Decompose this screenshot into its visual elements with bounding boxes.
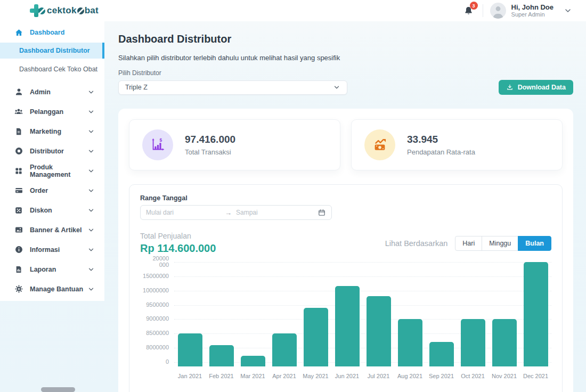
chart-bars-icon: $ bbox=[142, 129, 173, 160]
users-icon bbox=[14, 107, 23, 117]
chevron-down-icon bbox=[87, 285, 95, 293]
user-role: Super Admin bbox=[511, 11, 554, 18]
chevron-down-icon bbox=[87, 187, 95, 194]
chart-y-tick-label: 9000000 bbox=[146, 315, 169, 322]
sidebar-item-dashboard[interactable]: Dashboard bbox=[0, 26, 104, 39]
sidebar-item-manage-bantuan[interactable]: Manage Bantuan bbox=[0, 279, 104, 299]
sidebar-item-admin[interactable]: Admin bbox=[0, 82, 104, 102]
distributor-select-label: Pilih Distributor bbox=[118, 69, 573, 77]
sidebar-item-distributor[interactable]: Distributor bbox=[0, 141, 104, 161]
top-header: cektokbat 3 Hi, John Doe Super Admin bbox=[0, 0, 586, 21]
chart-bar-oct-2021[interactable] bbox=[461, 319, 485, 366]
sidebar-item-laporan[interactable]: Laporan bbox=[0, 259, 104, 279]
chart-y-tick-label: 10000000 bbox=[143, 287, 169, 293]
sidebar-item-label: Dashboard Distributor bbox=[19, 47, 90, 54]
logo-wordmark: cektokbat bbox=[47, 5, 99, 16]
sidebar-item-order[interactable]: Order bbox=[0, 181, 104, 200]
notifications-button[interactable]: 3 bbox=[462, 4, 476, 18]
chart-plot bbox=[174, 262, 551, 366]
sidebar-item-diskon[interactable]: Diskon bbox=[0, 200, 104, 220]
chevron-down-icon bbox=[87, 148, 95, 155]
chevron-down-icon bbox=[87, 266, 95, 273]
sidebar-item-label: Dashboard bbox=[30, 29, 64, 36]
sidebar-item-pelanggan[interactable]: Pelanggan bbox=[0, 102, 104, 121]
chart-y-tick-label: 0 bbox=[166, 358, 169, 365]
chart-x-tick-label: Dec 2021 bbox=[520, 373, 551, 379]
sidebar-item-banner-artikel[interactable]: Banner & Artikel bbox=[0, 220, 104, 240]
sales-bar-chart: 20000 0001500000010000000950000090000008… bbox=[140, 262, 551, 379]
stat-label: Total Transaksi bbox=[185, 148, 235, 156]
chart-gridline bbox=[174, 291, 551, 291]
chart-x-tick-label: Jul 2021 bbox=[363, 373, 394, 379]
user-menu[interactable]: Hi, John Doe Super Admin bbox=[490, 3, 554, 19]
sidebar: Dashboard Dashboard Distributor Dashboar… bbox=[0, 21, 104, 301]
chevron-down-icon[interactable] bbox=[564, 6, 572, 15]
view-by-bulan-button[interactable]: Bulan bbox=[518, 236, 551, 251]
chart-bar-mar-2021[interactable] bbox=[241, 356, 265, 366]
chevron-down-icon bbox=[87, 207, 95, 214]
sidebar-item-dashboard-cek-toko-obat[interactable]: Dashboard Cek Toko Obat bbox=[0, 62, 104, 77]
chart-y-tick-label: 8000000 bbox=[146, 344, 169, 350]
money-trend-icon bbox=[364, 129, 395, 160]
chevron-down-icon bbox=[333, 84, 340, 91]
chart-bar-feb-2021[interactable] bbox=[209, 345, 234, 366]
sidebar-item-marketing[interactable]: Marketing bbox=[0, 121, 104, 141]
chevron-down-icon bbox=[87, 128, 95, 135]
content-panel: $ 97.416.000 Total Transaksi 33.945 Pend… bbox=[118, 109, 573, 392]
notification-badge: 3 bbox=[470, 2, 478, 10]
document-icon bbox=[14, 127, 23, 136]
page-title: Dashboard Distributor bbox=[118, 33, 573, 45]
chart-bar-nov-2021[interactable] bbox=[492, 319, 517, 366]
view-by-minggu-button[interactable]: Minggu bbox=[482, 236, 518, 251]
chart-y-tick-label: 9500000 bbox=[146, 301, 169, 308]
stat-value: 97.416.000 bbox=[185, 134, 235, 145]
chart-bar-jul-2021[interactable] bbox=[367, 296, 391, 366]
date-range-picker[interactable]: → bbox=[140, 205, 332, 220]
chart-y-tick-label: 15000000 bbox=[143, 273, 169, 279]
app-root: cektokbat 3 Hi, John Doe Super Admin bbox=[0, 0, 586, 392]
date-end-input[interactable] bbox=[236, 209, 300, 216]
sidebar-item-produk-management[interactable]: Produk Management bbox=[0, 161, 104, 181]
page-subtitle: Silahkan pilih distributor terlebih dahu… bbox=[118, 54, 573, 62]
chart-x-tick-label: Oct 2021 bbox=[457, 373, 489, 379]
distributor-select[interactable]: Triple Z bbox=[118, 80, 347, 95]
view-by-hari-button[interactable]: Hari bbox=[455, 236, 482, 251]
arrow-right-icon: → bbox=[225, 209, 232, 217]
chart-x-tick-label: Feb 2021 bbox=[206, 373, 237, 379]
sidebar-item-informasi[interactable]: Informasi bbox=[0, 240, 104, 259]
sidebar-item-label: Dashboard Cek Toko Obat bbox=[19, 66, 97, 73]
horizontal-scrollbar-thumb[interactable] bbox=[41, 387, 75, 392]
stat-card-pendapatan-rata-rata: 33.945 Pendapatan Rata-rata bbox=[351, 119, 563, 170]
chart-y-tick-label: 8500000 bbox=[146, 330, 169, 336]
chevron-down-icon bbox=[87, 226, 95, 234]
app-logo[interactable]: cektokbat bbox=[30, 4, 99, 17]
download-data-button[interactable]: Download Data bbox=[499, 80, 573, 95]
logo-pill-icon bbox=[38, 7, 45, 14]
logo-cross-icon bbox=[30, 4, 43, 17]
chart-x-tick-label: Sep 2021 bbox=[426, 373, 457, 379]
home-icon bbox=[14, 28, 23, 37]
credit-card-icon bbox=[14, 186, 23, 195]
report-icon bbox=[14, 265, 23, 274]
total-penjualan-label: Total Penjualan bbox=[140, 232, 216, 240]
chart-bar-jun-2021[interactable] bbox=[335, 286, 360, 366]
date-start-input[interactable] bbox=[146, 209, 210, 216]
chart-bar-jan-2021[interactable] bbox=[178, 333, 202, 366]
chart-gridline bbox=[174, 305, 551, 306]
stat-card-total-transaksi: $ 97.416.000 Total Transaksi bbox=[129, 119, 340, 170]
chart-x-tick-label: Jan 2021 bbox=[174, 373, 206, 379]
chart-bar-sep-2021[interactable] bbox=[429, 342, 454, 366]
info-icon bbox=[14, 245, 23, 255]
total-penjualan-value: Rp 114.600.000 bbox=[140, 242, 216, 255]
image-icon bbox=[14, 225, 23, 235]
stat-value: 33.945 bbox=[407, 134, 475, 145]
chevron-down-icon bbox=[87, 167, 95, 175]
chart-gridline bbox=[174, 262, 551, 263]
chart-bar-apr-2021[interactable] bbox=[272, 333, 297, 366]
chart-bar-aug-2021[interactable] bbox=[398, 319, 422, 366]
chevron-down-icon bbox=[87, 88, 95, 96]
chart-bar-may-2021[interactable] bbox=[304, 308, 328, 366]
svg-text:$: $ bbox=[160, 137, 162, 143]
chart-bar-dec-2021[interactable] bbox=[524, 262, 548, 366]
sidebar-item-dashboard-distributor[interactable]: Dashboard Distributor bbox=[0, 43, 104, 59]
